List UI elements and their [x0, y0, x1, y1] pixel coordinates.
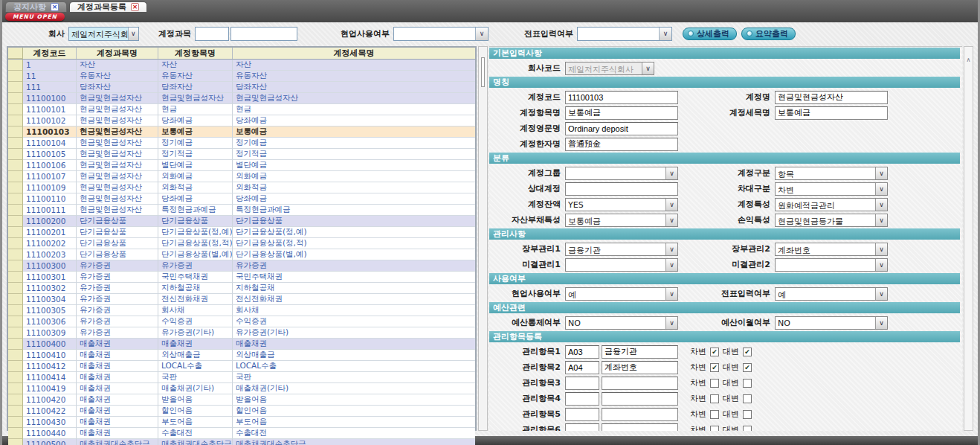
table-cell[interactable]: 단기금융상품: [233, 216, 475, 227]
table-cell[interactable]: 유동자산: [233, 71, 475, 82]
account-name-search-input[interactable]: [231, 27, 297, 41]
row-gutter-cell[interactable]: [8, 160, 23, 171]
table-cell[interactable]: 유가증권: [77, 260, 158, 272]
row-gutter-cell[interactable]: [8, 227, 23, 238]
mgmt-item-6-code-input[interactable]: [565, 423, 599, 432]
counter-account-input[interactable]: [565, 182, 678, 196]
table-cell[interactable]: 현금: [233, 104, 475, 115]
table-cell[interactable]: 외화적금: [233, 182, 475, 193]
table-row[interactable]: 11100110현금및현금성자산당좌예금당좌예금: [8, 193, 475, 205]
row-gutter-cell[interactable]: [8, 305, 23, 316]
mgmt-item-2-credit-checkbox[interactable]: ✔: [743, 363, 752, 372]
table-cell[interactable]: 당좌예금: [158, 115, 233, 127]
row-gutter-cell[interactable]: [8, 394, 23, 406]
row-gutter-cell[interactable]: [8, 249, 23, 260]
table-cell[interactable]: 국판: [233, 372, 475, 383]
table-cell[interactable]: 11100420: [23, 394, 77, 406]
row-gutter-cell[interactable]: [8, 82, 23, 93]
table-cell[interactable]: 당좌예금: [233, 115, 475, 127]
row-gutter-cell[interactable]: [8, 283, 23, 294]
table-cell[interactable]: 매출채권: [77, 394, 158, 406]
table-row[interactable]: 11100300유가증권유가증권유가증권: [8, 260, 475, 272]
table-cell[interactable]: 매출채권: [77, 417, 158, 428]
table-cell[interactable]: 11100419: [23, 383, 77, 394]
table-cell[interactable]: 11100412: [23, 361, 77, 372]
mgmt-item-4-name-input[interactable]: [602, 392, 678, 406]
table-row[interactable]: 11100412매출채권LOCAL수출LOCAL수출: [8, 361, 475, 372]
table-cell[interactable]: 특정현금과예금: [158, 205, 233, 216]
account-detail-name-input[interactable]: [775, 106, 888, 120]
table-cell[interactable]: 11100111: [23, 205, 77, 216]
table-row[interactable]: 11100305유가증권회사채회사채: [8, 305, 475, 316]
mgmt-item-3-name-input[interactable]: [602, 377, 678, 390]
row-gutter-cell[interactable]: [8, 193, 23, 205]
tab-close-icon[interactable]: ×: [131, 3, 139, 11]
row-gutter-cell[interactable]: [8, 316, 23, 327]
table-cell[interactable]: 현금및현금성자산: [77, 205, 158, 216]
account-name-input[interactable]: [775, 91, 888, 104]
table-cell[interactable]: 자산: [158, 60, 233, 71]
table-cell[interactable]: 유가증권(기타): [233, 327, 475, 339]
mgmt-item-2-name-input[interactable]: [602, 361, 678, 374]
table-row[interactable]: 11100430매출채권부도어음부도어음: [8, 417, 475, 428]
row-gutter-cell[interactable]: [8, 127, 23, 138]
table-row[interactable]: 11100419매출채권매출채권(기타)매출채권(기타): [8, 383, 475, 394]
account-balance-select[interactable]: YES∨: [565, 198, 678, 211]
mgmt-item-5-debit-checkbox[interactable]: [710, 410, 719, 419]
company-select[interactable]: 제일저지주식회사 ∨: [68, 27, 139, 41]
row-gutter-cell[interactable]: [8, 93, 23, 104]
table-cell[interactable]: 매출채권: [77, 350, 158, 361]
table-row[interactable]: 11100410매출채권외상매출금외상매출금: [8, 350, 475, 361]
table-cell[interactable]: 11100400: [23, 339, 77, 350]
table-cell[interactable]: 유동자산: [77, 71, 158, 82]
row-gutter-cell[interactable]: [8, 238, 23, 249]
table-cell[interactable]: 할인어음: [233, 406, 475, 417]
table-cell[interactable]: 현금및현금성자산: [77, 93, 158, 104]
menu-open-button[interactable]: MENU OPEN: [5, 13, 65, 21]
table-row[interactable]: 11100105현금및현금성자산정기적금정기적금: [8, 149, 475, 160]
table-row[interactable]: 11100101현금및현금성자산현금현금: [8, 104, 475, 115]
mgmt-item-6-name-input[interactable]: [602, 423, 678, 432]
table-cell[interactable]: 당좌자산: [233, 82, 475, 93]
mgmt-item-4-debit-checkbox[interactable]: [710, 394, 719, 403]
table-cell[interactable]: 부도어음: [233, 417, 475, 428]
table-cell[interactable]: 11100100: [23, 93, 77, 104]
table-cell[interactable]: 유가증권: [77, 294, 158, 305]
table-cell[interactable]: 정기예금: [233, 138, 475, 149]
account-group-select[interactable]: ∨: [565, 167, 678, 180]
company-code-select[interactable]: 제일저지주식회사∨: [565, 62, 654, 75]
mgmt-item-2-code-input[interactable]: [565, 361, 599, 374]
table-cell[interactable]: 외화적금: [158, 182, 233, 193]
account-english-name-input[interactable]: [565, 122, 678, 135]
table-cell[interactable]: 받을어음: [233, 394, 475, 406]
table-cell[interactable]: 유동자산: [158, 71, 233, 82]
scroll-up-icon[interactable]: ∧: [964, 56, 973, 65]
row-gutter-cell[interactable]: [8, 104, 23, 115]
row-gutter-cell[interactable]: [8, 205, 23, 216]
table-cell[interactable]: 단기금융상품(정,예): [233, 227, 475, 238]
table-cell[interactable]: 수출대전: [233, 428, 475, 439]
table-cell[interactable]: 유가증권: [77, 305, 158, 316]
table-cell[interactable]: 단기금융상품(정,적): [158, 238, 233, 249]
table-cell[interactable]: 현금: [158, 104, 233, 115]
table-cell[interactable]: 11100103: [23, 127, 77, 138]
row-gutter-cell[interactable]: [8, 260, 23, 272]
table-row[interactable]: 11100201단기금융상품단기금융상품(정,예)단기금융상품(정,예): [8, 227, 475, 238]
budget-carryover-select[interactable]: NO∨: [775, 316, 888, 330]
table-row[interactable]: 11100302유가증권지하철공채지하철공채: [8, 283, 475, 294]
table-cell[interactable]: 유가증권: [77, 316, 158, 327]
row-gutter-cell[interactable]: [8, 383, 23, 394]
biz-use-select[interactable]: 예∨: [565, 287, 678, 301]
mgmt-item-6-debit-checkbox[interactable]: [710, 426, 719, 432]
row-gutter-cell[interactable]: [8, 361, 23, 372]
table-cell[interactable]: 당좌예금: [158, 193, 233, 205]
row-gutter-cell[interactable]: [8, 71, 23, 82]
account-class-select[interactable]: 항목∨: [775, 167, 888, 180]
table-cell[interactable]: 유가증권: [158, 260, 233, 272]
table-row[interactable]: 11유동자산유동자산유동자산: [8, 71, 475, 82]
row-gutter-cell[interactable]: [8, 60, 23, 71]
table-cell[interactable]: 외상매출금: [233, 350, 475, 361]
account-hanja-name-input[interactable]: [565, 138, 678, 151]
row-gutter-cell[interactable]: [8, 350, 23, 361]
table-cell[interactable]: 단기금융상품(별,예): [233, 249, 475, 260]
